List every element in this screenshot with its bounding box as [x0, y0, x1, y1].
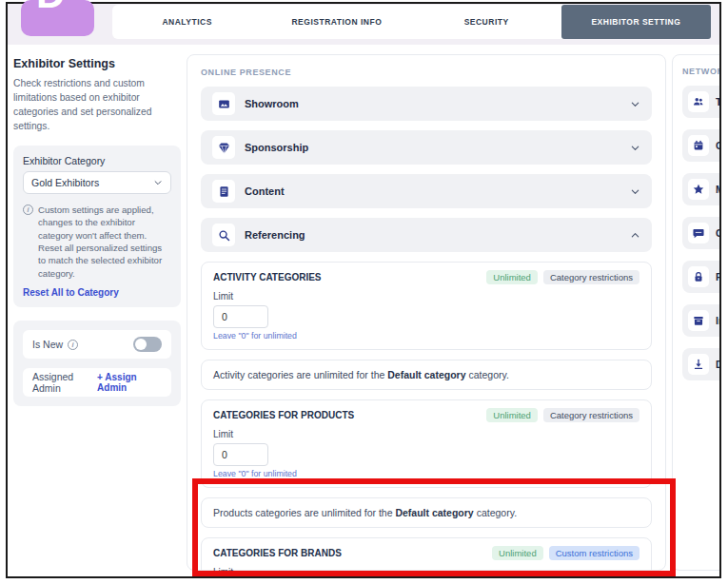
info-icon: i	[68, 340, 78, 350]
section-categories-brands: CATEGORIES FOR BRANDS Unlimited Custom r…	[201, 537, 652, 584]
accordion-sponsorship[interactable]: Sponsorship	[201, 130, 652, 165]
custom-settings-note: i Custom settings are applied, changes t…	[23, 204, 171, 281]
sponsorship-icon	[212, 136, 235, 159]
admin-card: Is New i Assigned Admin + Assign Admin	[13, 321, 181, 406]
section-title: ACTIVITY CATEGORIES	[213, 272, 322, 282]
chevron-down-icon	[630, 99, 640, 109]
app-logo[interactable]: D	[21, 0, 94, 36]
crop-mask	[721, 0, 728, 584]
restrictions-badge: Category restrictions	[543, 270, 639, 284]
limit-helper: Leave "0" for unlimited	[213, 331, 639, 341]
page-description: Check restrictions and custom limitation…	[13, 77, 181, 134]
limit-helper: Leave "0" for unlimited	[213, 469, 639, 478]
accordion-showroom[interactable]: Showroom	[201, 87, 652, 121]
exhibitor-category-card: Exhibitor Category Gold Exhibitors i Cus…	[13, 146, 181, 308]
tab-registration-info[interactable]: REGISTRATION INFO	[262, 5, 411, 39]
inbox-icon	[688, 310, 709, 331]
is-new-toggle[interactable]	[133, 337, 162, 352]
crop-mask	[0, 578, 728, 584]
tab-bar: ANALYTICS REGISTRATION INFO SECURITY EXH…	[112, 5, 711, 39]
lock-icon	[688, 266, 709, 287]
toggle-knob	[135, 339, 147, 350]
info-icon: i	[23, 204, 33, 215]
tab-exhibitor-setting[interactable]: EXHIBITOR SETTING	[561, 5, 711, 39]
tab-analytics[interactable]: ANALYTICS	[112, 5, 262, 39]
is-new-label: Is New	[32, 339, 63, 350]
chevron-down-icon	[630, 186, 640, 197]
calendar-icon	[688, 135, 709, 156]
custom-restrictions-badge: Custom restrictions	[549, 546, 639, 560]
assigned-admin-row: Assigned Admin + Assign Admin	[23, 368, 171, 397]
content-icon	[212, 180, 235, 203]
activity-categories-note: Activity categories are unlimited for th…	[201, 360, 652, 390]
chevron-down-icon	[153, 178, 163, 187]
crop-mask	[0, 0, 6, 584]
restrictions-badge: Category restrictions	[543, 408, 639, 422]
networking-panel: NETWORKING Tea On Me Cha	[672, 54, 728, 571]
team-icon	[688, 91, 709, 112]
exhibitor-category-label: Exhibitor Category	[23, 155, 171, 166]
unlimited-badge: Unlimited	[486, 270, 538, 284]
limit-label: Limit	[213, 567, 639, 577]
limit-label: Limit	[213, 291, 639, 302]
section-title: CATEGORIES FOR BRANDS	[213, 548, 342, 558]
unlimited-badge: Unlimited	[492, 546, 543, 560]
search-icon	[212, 224, 235, 246]
activity-categories-limit-input[interactable]	[213, 305, 268, 328]
star-icon	[688, 179, 709, 200]
exhibitor-category-value: Gold Exhibitors	[31, 177, 99, 188]
section-categories-products: CATEGORIES FOR PRODUCTS Unlimited Catego…	[201, 399, 652, 488]
online-presence-panel: ONLINE PRESENCE Showroom Sponsorship Co	[187, 54, 666, 571]
chat-icon	[688, 223, 709, 243]
showroom-icon	[212, 92, 235, 115]
online-presence-heading: ONLINE PRESENCE	[201, 68, 652, 77]
product-categories-note: Products categories are unlimited for th…	[201, 497, 652, 528]
download-icon	[688, 354, 709, 375]
unlimited-badge: Unlimited	[486, 408, 538, 422]
limit-label: Limit	[213, 429, 639, 439]
chevron-up-icon	[630, 230, 640, 241]
assigned-admin-label: Assigned Admin	[32, 371, 97, 394]
reset-all-link[interactable]: Reset All to Category	[23, 287, 171, 298]
logo-letter: D	[36, 0, 65, 17]
accordion-content[interactable]: Content	[201, 174, 652, 208]
section-title: CATEGORIES FOR PRODUCTS	[213, 410, 354, 420]
sidebar: Exhibitor Settings Check restrictions an…	[13, 57, 181, 406]
is-new-row: Is New i	[23, 330, 171, 359]
exhibitor-category-select[interactable]: Gold Exhibitors	[23, 171, 171, 194]
chevron-down-icon	[630, 143, 640, 153]
page: ANALYTICS REGISTRATION INFO SECURITY EXH…	[0, 0, 728, 584]
page-title: Exhibitor Settings	[13, 57, 181, 70]
accordion-referencing[interactable]: Referencing	[201, 218, 652, 252]
product-categories-limit-input[interactable]	[213, 443, 268, 466]
tab-security[interactable]: SECURITY	[412, 5, 561, 39]
assign-admin-link[interactable]: + Assign Admin	[97, 372, 162, 393]
section-activity-categories: ACTIVITY CATEGORIES Unlimited Category r…	[201, 262, 652, 350]
